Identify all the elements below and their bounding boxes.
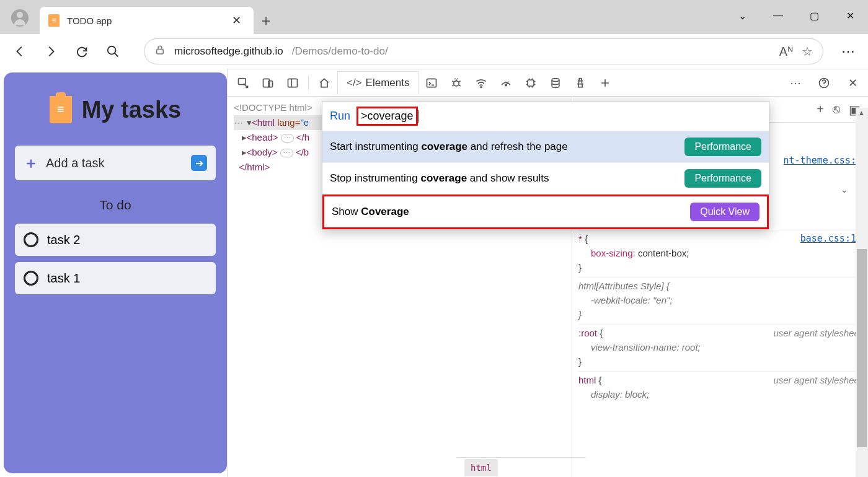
- application-db-icon[interactable]: [544, 72, 567, 94]
- svg-point-9: [505, 84, 507, 86]
- command-input[interactable]: Run >coverage: [322, 102, 769, 131]
- task-label: task 1: [47, 271, 80, 286]
- back-button[interactable]: [7, 39, 32, 64]
- clipboard-icon: [50, 96, 72, 123]
- command-palette: Run >coverage Start instrumenting covera…: [322, 101, 769, 230]
- inspect-element-icon[interactable]: [231, 72, 255, 94]
- task-item[interactable]: task 2: [15, 224, 216, 256]
- section-heading: To do: [15, 198, 216, 212]
- minimize-button[interactable]: —: [760, 10, 796, 21]
- window-controls: ⌄ — ▢ ✕: [724, 2, 868, 29]
- chevron-down-icon[interactable]: ⌄: [841, 185, 848, 195]
- lighthouse-icon[interactable]: [569, 72, 592, 94]
- task-item[interactable]: task 1: [15, 262, 216, 294]
- url-field[interactable]: microsoftedge.github.io/Demos/demo-to-do…: [144, 38, 823, 64]
- svg-rect-10: [528, 80, 534, 86]
- todo-app: My tasks ＋ Add a task ➔ To do task 2 tas…: [4, 72, 227, 473]
- checkbox-circle-icon[interactable]: [24, 271, 38, 286]
- address-bar: microsoftedge.github.io/Demos/demo-to-do…: [0, 34, 868, 69]
- url-path: /Demos/demo-to-do/: [292, 45, 388, 58]
- console-icon[interactable]: [420, 72, 443, 94]
- run-label: Run: [330, 110, 350, 123]
- caret-down-icon[interactable]: ⌄: [724, 10, 760, 22]
- browser-titlebar: TODO app ✕ ＋ ⌄ — ▢ ✕: [0, 0, 868, 34]
- checkbox-circle-icon[interactable]: [24, 232, 38, 247]
- more-tabs-plus-icon[interactable]: [593, 72, 617, 94]
- css-source-link[interactable]: nt-theme.css:1: [784, 154, 862, 168]
- svg-point-0: [108, 46, 116, 55]
- search-button[interactable]: [100, 39, 125, 64]
- app-title: My tasks: [82, 97, 182, 123]
- scroll-up-icon[interactable]: ▲: [858, 109, 866, 116]
- performance-gauge-icon[interactable]: [494, 72, 518, 94]
- devtools-toolbar: </> Elements ⋯ ✕: [228, 69, 868, 97]
- svg-rect-5: [288, 79, 298, 87]
- maximize-button[interactable]: ▢: [796, 10, 832, 22]
- svg-point-11: [552, 78, 560, 81]
- dom-breadcrumb[interactable]: html: [457, 457, 572, 477]
- tab-elements[interactable]: </> Elements: [337, 71, 418, 94]
- device-toggle-icon[interactable]: [256, 72, 280, 94]
- submit-arrow-icon[interactable]: ➔: [191, 155, 207, 171]
- scrollbar-thumb[interactable]: [857, 249, 867, 447]
- svg-point-8: [481, 86, 482, 87]
- code-icon: </>: [347, 77, 362, 89]
- window-close-button[interactable]: ✕: [832, 10, 868, 22]
- devtools-close-icon[interactable]: ✕: [841, 72, 864, 94]
- command-option[interactable]: Start instrumenting coverage and refresh…: [322, 131, 769, 163]
- svg-point-7: [454, 81, 459, 85]
- elements-tab-label: Elements: [366, 77, 410, 89]
- svg-rect-1: [157, 49, 164, 54]
- task-label: task 2: [47, 233, 80, 247]
- immersive-reader-icon[interactable]: Aᴺ: [779, 44, 793, 59]
- css-source-link[interactable]: base.css:15: [800, 232, 862, 246]
- refresh-button[interactable]: [69, 39, 94, 64]
- new-style-plus-icon[interactable]: +: [817, 102, 824, 117]
- help-icon[interactable]: [812, 72, 836, 94]
- profile-avatar-icon[interactable]: [11, 9, 29, 27]
- tab-title: TODO app: [67, 15, 228, 26]
- new-tab-button[interactable]: ＋: [254, 7, 278, 34]
- category-badge-performance: Performance: [684, 169, 761, 188]
- plus-icon: ＋: [24, 153, 38, 173]
- category-badge-quickview: Quick View: [690, 203, 760, 221]
- panel-toggle-icon[interactable]: [281, 72, 304, 94]
- category-badge-performance: Performance: [684, 138, 761, 156]
- add-task-label: Add a task: [46, 156, 105, 170]
- memory-chip-icon[interactable]: [519, 72, 542, 94]
- svg-rect-6: [427, 79, 436, 87]
- lock-icon: [154, 45, 166, 59]
- devtools-menu-icon[interactable]: ⋯: [784, 72, 807, 94]
- welcome-icon[interactable]: [312, 72, 336, 94]
- browser-menu-button[interactable]: ⋯: [836, 39, 861, 64]
- sources-bug-icon[interactable]: [445, 72, 468, 94]
- toggle-classes-icon[interactable]: ⎋: [833, 102, 840, 117]
- tab-favicon-icon: [48, 14, 60, 27]
- favorite-icon[interactable]: ☆: [802, 44, 813, 59]
- command-option-show-coverage[interactable]: Show Coverage Quick View: [322, 195, 769, 229]
- query-highlight: >coverage: [356, 107, 418, 126]
- svg-rect-2: [239, 78, 246, 84]
- url-host: microsoftedge.github.io: [174, 45, 283, 58]
- add-task-input[interactable]: ＋ Add a task ➔: [15, 146, 216, 180]
- browser-tab[interactable]: TODO app ✕: [40, 7, 254, 34]
- scrollbar-track[interactable]: ▲: [856, 108, 868, 477]
- forward-button[interactable]: [38, 39, 63, 64]
- tab-close-icon[interactable]: ✕: [228, 12, 245, 28]
- app-heading: My tasks: [15, 96, 216, 123]
- address-right-icons: Aᴺ ☆: [779, 44, 813, 59]
- command-option[interactable]: Stop instrumenting coverage and show res…: [322, 163, 769, 195]
- network-wifi-icon[interactable]: [469, 72, 493, 94]
